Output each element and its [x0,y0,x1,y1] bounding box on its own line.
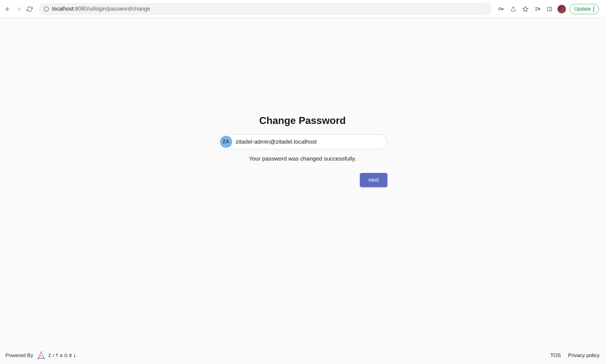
more-dots-icon [593,6,594,12]
success-message: Your password was changed successfully. [249,155,356,162]
user-pill[interactable]: ZA zitadel-admin@zitadel.localhost [218,134,387,149]
button-row: next [218,173,387,187]
url-text: localhost:8080/ui/login/password/change [52,6,150,12]
playlist-icon[interactable] [533,5,542,13]
back-button[interactable] [4,5,12,13]
footer: Powered By ZITADEL TOS Privacy policy [0,347,605,364]
browser-actions: Update [497,4,601,14]
svg-marker-7 [539,8,540,10]
zitadel-brand-text: ZITADEL [48,353,78,358]
zitadel-mark-icon [36,351,46,360]
zitadel-logo[interactable]: ZITADEL [36,351,78,360]
nav-buttons [4,5,34,13]
url-host: localhost [52,6,74,12]
privacy-link[interactable]: Privacy policy [568,353,600,359]
panel-icon[interactable] [545,5,554,13]
svg-point-17 [44,358,45,359]
reload-button[interactable] [25,5,34,13]
forward-button[interactable] [15,5,23,13]
svg-rect-8 [547,7,552,11]
powered-by-label: Powered By [5,353,33,359]
share-icon[interactable] [509,5,518,13]
page-body: Change Password ZA zitadel-admin@zitadel… [0,18,605,364]
address-bar[interactable]: localhost:8080/ui/login/password/change [39,3,492,15]
browser-toolbar: localhost:8080/ui/login/password/change … [0,0,605,18]
svg-point-15 [41,351,42,353]
site-info-icon[interactable] [44,6,49,12]
svg-marker-3 [523,6,528,11]
update-label: Update [574,6,591,12]
main-card: Change Password ZA zitadel-admin@zitadel… [218,115,387,187]
footer-left: Powered By ZITADEL [5,351,78,360]
svg-point-16 [38,358,39,359]
footer-right: TOS Privacy policy [550,353,600,359]
url-path: :8080/ui/login/password/change [74,6,150,12]
next-button[interactable]: next [360,173,387,187]
key-icon[interactable] [497,5,505,13]
user-avatar: ZA [220,136,232,148]
update-button[interactable]: Update [570,4,599,14]
page-title: Change Password [259,115,346,126]
star-icon[interactable] [521,5,530,13]
tos-link[interactable]: TOS [550,353,561,359]
user-email: zitadel-admin@zitadel.localhost [236,138,317,145]
profile-avatar[interactable] [557,5,566,13]
